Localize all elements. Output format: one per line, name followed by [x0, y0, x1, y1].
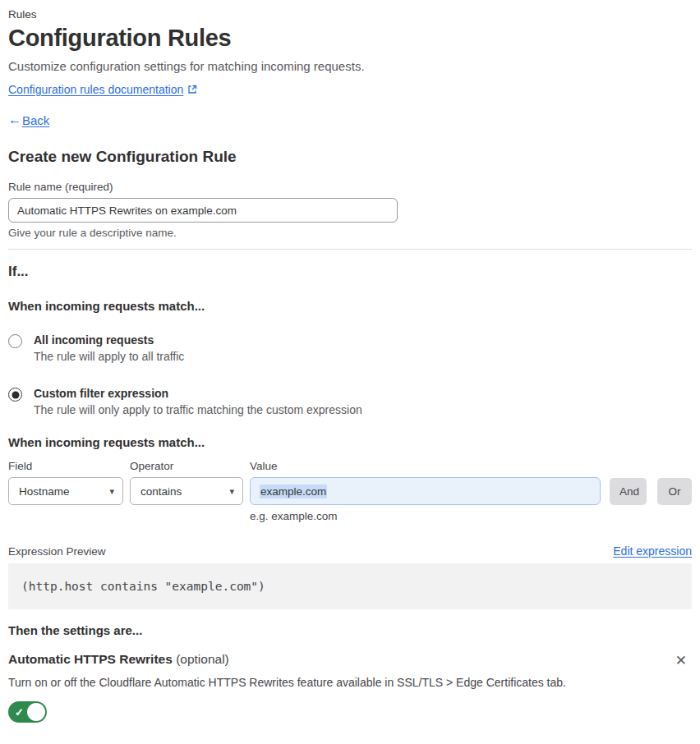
- radio-selected-icon[interactable]: [8, 388, 22, 402]
- toggle-knob: [27, 703, 45, 721]
- incoming-match-label: When incoming requests match...: [8, 299, 692, 313]
- expression-preview-code: (http.host contains "example.com"): [8, 563, 692, 609]
- radio-custom-expression-description: The rule will only apply to traffic matc…: [34, 403, 362, 416]
- page-title: Configuration Rules: [8, 25, 692, 52]
- or-button[interactable]: Or: [657, 478, 692, 505]
- setting-card-header: Automatic HTTPS Rewrites (optional) ✕: [8, 652, 692, 669]
- field-select[interactable]: Hostname ▾: [8, 477, 123, 505]
- section-divider: [8, 249, 692, 250]
- configuration-rules-page: Rules Configuration Rules Customize conf…: [0, 0, 700, 744]
- page-subtitle: Customize configuration settings for mat…: [8, 59, 692, 73]
- documentation-link[interactable]: Configuration rules documentation: [8, 83, 183, 96]
- radio-unselected-icon[interactable]: [8, 334, 22, 348]
- https-rewrites-toggle[interactable]: ✓: [8, 701, 47, 723]
- builder-heading: When incoming requests match...: [8, 435, 692, 449]
- back-link[interactable]: Back: [22, 113, 49, 127]
- external-link-icon: [187, 85, 197, 94]
- rule-name-input[interactable]: [8, 198, 398, 223]
- value-column-label: Value: [250, 460, 692, 472]
- back-arrow-icon: ←: [8, 113, 21, 127]
- close-icon[interactable]: ✕: [672, 652, 690, 669]
- builder-column-labels: Field Operator Value: [8, 460, 692, 472]
- edit-expression-link[interactable]: Edit expression: [613, 544, 692, 558]
- back-row: ← Back: [8, 113, 692, 127]
- documentation-link-row: Configuration rules documentation: [8, 83, 692, 96]
- setting-optional-tag: (optional): [176, 652, 229, 666]
- expression-preview-label: Expression Preview: [8, 545, 106, 558]
- then-settings-heading: Then the settings are...: [8, 623, 692, 637]
- value-input[interactable]: example.com: [250, 477, 601, 505]
- setting-title: Automatic HTTPS Rewrites: [8, 652, 173, 666]
- expression-builder-row: Hostname ▾ contains ▾ example.com And Or: [8, 477, 692, 505]
- if-heading: If...: [8, 264, 692, 280]
- value-input-text: example.com: [260, 485, 327, 498]
- radio-custom-expression-label: Custom filter expression: [34, 387, 362, 400]
- rule-name-label: Rule name (required): [8, 181, 692, 193]
- breadcrumb: Rules: [8, 8, 692, 21]
- operator-select[interactable]: contains ▾: [130, 477, 243, 505]
- radio-option-custom-expression[interactable]: Custom filter expression The rule will o…: [8, 387, 692, 416]
- radio-option-all-requests[interactable]: All incoming requests The rule will appl…: [8, 333, 692, 363]
- radio-all-requests-label: All incoming requests: [34, 333, 184, 347]
- check-icon: ✓: [15, 706, 24, 719]
- value-help-text: e.g. example.com: [250, 510, 692, 522]
- operator-column-label: Operator: [130, 460, 250, 472]
- field-select-value: Hostname: [19, 485, 70, 498]
- chevron-down-icon: ▾: [229, 486, 234, 497]
- rule-name-help: Give your rule a descriptive name.: [8, 227, 692, 239]
- setting-description: Turn on or off the Cloudflare Automatic …: [8, 676, 692, 689]
- chevron-down-icon: ▾: [109, 486, 114, 497]
- and-button[interactable]: And: [610, 478, 647, 505]
- operator-select-value: contains: [140, 485, 182, 498]
- field-column-label: Field: [8, 460, 130, 472]
- create-rule-heading: Create new Configuration Rule: [8, 148, 692, 166]
- radio-all-requests-description: The rule will apply to all traffic: [34, 350, 184, 363]
- expression-preview-row: Expression Preview Edit expression: [8, 544, 692, 558]
